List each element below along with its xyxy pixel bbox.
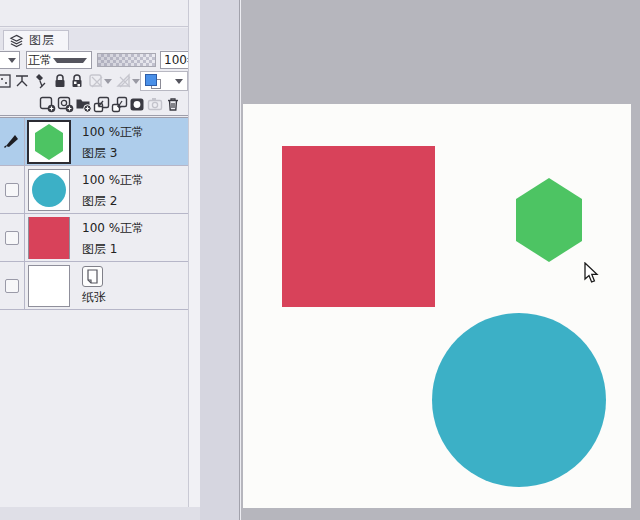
- paper-icon: [82, 266, 103, 287]
- layer-thumbnail-paper[interactable]: [28, 265, 70, 307]
- arrow-cursor: [583, 262, 599, 284]
- layer-visibility-checkbox[interactable]: [5, 279, 19, 293]
- layers-panel: 图层 正常 100: [0, 0, 188, 520]
- chevron-down-icon: [175, 79, 183, 84]
- layer-thumbnail-blue-circle[interactable]: [28, 169, 70, 211]
- layer-thumbnail-green-hexagon[interactable]: [28, 121, 70, 163]
- chevron-down-icon: [53, 58, 87, 63]
- layer-name[interactable]: 纸张: [82, 289, 106, 306]
- layer-list: 100 %正常 图层 3 100 %正常 图层 2 100 %正常 图层 1: [0, 117, 188, 310]
- lock-alpha-icon[interactable]: [68, 72, 86, 90]
- layer-visibility-checkbox[interactable]: [5, 231, 19, 245]
- delete-layer-icon[interactable]: [164, 95, 182, 113]
- new-layer-dialog-icon[interactable]: [56, 95, 74, 113]
- layer-blend-info: 100 %正常: [82, 124, 144, 141]
- clip-to-layer-icon[interactable]: [13, 72, 31, 90]
- blue-circle-thumb: [32, 173, 66, 207]
- layer-row-1[interactable]: 100 %正常 图层 1: [0, 214, 188, 262]
- layer-blend-info: 100 %正常: [82, 172, 144, 189]
- workspace-gutter: [200, 0, 240, 520]
- active-pen-icon: [3, 131, 21, 149]
- layers-stack-icon: [9, 34, 24, 48]
- blend-mode-value: 正常: [27, 52, 53, 69]
- canvas-viewport: [241, 0, 640, 520]
- tab-layers[interactable]: 图层: [3, 30, 69, 50]
- opacity-slider[interactable]: [97, 53, 156, 67]
- layer-name[interactable]: 图层 2: [82, 193, 117, 210]
- apply-mask-disabled-icon[interactable]: [146, 95, 164, 113]
- paper-texture-icon[interactable]: [0, 72, 13, 90]
- chevron-down-icon[interactable]: [103, 72, 113, 90]
- red-square-thumb: [29, 217, 69, 259]
- palette-option-dropdown[interactable]: [0, 51, 20, 69]
- layer-mask-icon[interactable]: [128, 95, 146, 113]
- draw-on-layer-icon[interactable]: [33, 72, 51, 90]
- layer-visibility-checkbox[interactable]: [5, 183, 19, 197]
- panel-tab-row: 图层: [0, 28, 188, 50]
- layer-name[interactable]: 图层 3: [82, 145, 117, 162]
- layer-color-button[interactable]: [140, 71, 188, 91]
- layer-action-toolbar: [0, 94, 188, 116]
- layer-blend-info: 100 %正常: [82, 220, 144, 237]
- green-hexagon-thumb: [35, 124, 63, 160]
- merge-down-icon[interactable]: [110, 95, 128, 113]
- layer-list-scrollbar[interactable]: [188, 0, 200, 520]
- drawn-red-square: [282, 146, 435, 307]
- blend-opacity-toolbar: 正常 100: [0, 50, 188, 70]
- panel-dock-area: [0, 0, 188, 27]
- panel-footer: [0, 507, 200, 520]
- layer-thumbnail-red-square[interactable]: [28, 217, 70, 259]
- new-layer-icon[interactable]: [38, 95, 56, 113]
- layer-name[interactable]: 图层 1: [82, 241, 117, 258]
- drawn-blue-circle: [432, 313, 606, 487]
- new-folder-icon[interactable]: [74, 95, 92, 113]
- layer-property-toolbar: [0, 71, 188, 93]
- chevron-down-icon: [8, 58, 16, 63]
- blend-mode-dropdown[interactable]: 正常: [26, 51, 92, 69]
- tab-layers-label: 图层: [29, 32, 55, 49]
- opacity-value: 100: [161, 53, 187, 67]
- lock-layer-icon[interactable]: [51, 72, 69, 90]
- transfer-down-icon[interactable]: [92, 95, 110, 113]
- layer-row-3[interactable]: 100 %正常 图层 3: [0, 118, 188, 166]
- layer-row-paper[interactable]: 纸张: [0, 262, 188, 310]
- opacity-slider-fill: [98, 54, 155, 66]
- layer-color-chip: [145, 74, 161, 89]
- layer-row-2[interactable]: 100 %正常 图层 2: [0, 166, 188, 214]
